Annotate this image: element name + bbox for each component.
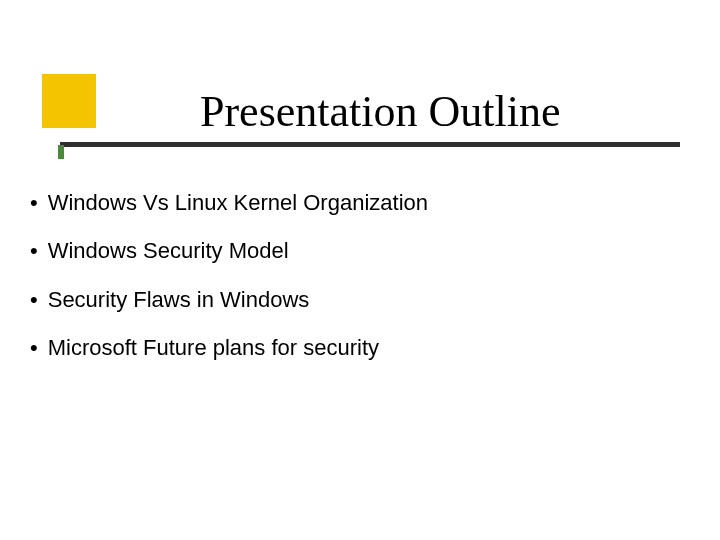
title-underline	[60, 142, 680, 147]
decorative-square	[42, 74, 96, 128]
list-item: • Windows Security Model	[30, 238, 670, 264]
bullet-text: Security Flaws in Windows	[48, 287, 310, 313]
list-item: • Windows Vs Linux Kernel Organization	[30, 190, 670, 216]
slide-header: Presentation Outline	[0, 0, 720, 160]
bullet-icon: •	[30, 240, 38, 262]
bullet-text: Windows Security Model	[48, 238, 289, 264]
decorative-tick	[58, 145, 64, 159]
bullet-text: Microsoft Future plans for security	[48, 335, 379, 361]
bullet-icon: •	[30, 289, 38, 311]
bullet-list: • Windows Vs Linux Kernel Organization •…	[30, 190, 670, 384]
bullet-text: Windows Vs Linux Kernel Organization	[48, 190, 428, 216]
slide-title: Presentation Outline	[200, 86, 561, 137]
list-item: • Security Flaws in Windows	[30, 287, 670, 313]
bullet-icon: •	[30, 337, 38, 359]
list-item: • Microsoft Future plans for security	[30, 335, 670, 361]
bullet-icon: •	[30, 192, 38, 214]
